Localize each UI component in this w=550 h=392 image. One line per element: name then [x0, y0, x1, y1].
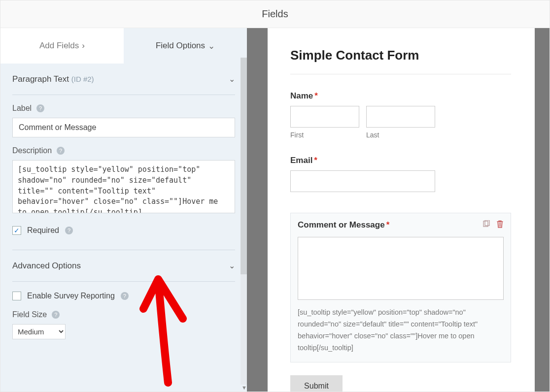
tab-options-label: Field Options — [156, 41, 205, 51]
description-label: Description — [12, 146, 52, 155]
panel-gap — [247, 28, 268, 392]
name-field-label: Name* — [290, 91, 511, 101]
duplicate-icon[interactable] — [482, 220, 490, 230]
submit-button[interactable]: Submit — [290, 375, 343, 392]
survey-checkbox[interactable]: ✓ — [12, 292, 21, 300]
chevron-down-icon: ⌄ — [208, 41, 215, 51]
required-label: Required — [27, 226, 59, 235]
comment-field-block[interactable]: Comment or Message* [su_tooltip sty — [290, 213, 511, 362]
help-icon[interactable]: ? — [65, 227, 73, 234]
advanced-options-title: Advanced Options — [12, 261, 81, 271]
tab-add-label: Add Fields — [39, 41, 79, 51]
tab-field-options[interactable]: Field Options ⌄ — [124, 28, 247, 64]
top-title: Fields — [262, 8, 288, 20]
scrollbar[interactable]: ▲ ▼ — [241, 28, 247, 392]
collapse-advanced-icon[interactable]: ⌄ — [229, 261, 235, 270]
field-size-label: Field Size — [12, 310, 47, 319]
field-size-select[interactable]: Medium — [12, 324, 66, 339]
help-icon[interactable]: ? — [36, 104, 44, 112]
comment-field-label: Comment or Message* — [298, 220, 389, 230]
collapse-section-icon[interactable]: ⌄ — [229, 74, 235, 84]
email-input[interactable] — [290, 170, 435, 192]
last-name-input[interactable] — [366, 106, 435, 128]
top-bar: Fields — [0, 0, 550, 28]
help-icon[interactable]: ? — [52, 311, 60, 319]
chevron-right-icon: › — [82, 41, 85, 51]
field-id-label: (ID #2) — [71, 75, 94, 83]
comment-description: [su_tooltip style="yellow" position="top… — [298, 307, 504, 354]
title-divider — [290, 74, 511, 74]
label-label: Label — [12, 104, 32, 113]
comment-textarea[interactable] — [298, 237, 504, 300]
field-section-title: Paragraph Text (ID #2) — [12, 74, 94, 84]
left-panel: Add Fields › Field Options ⌄ Paragraph T… — [0, 28, 247, 392]
trash-icon[interactable] — [496, 220, 504, 230]
label-input[interactable] — [12, 118, 235, 137]
form-title: Simple Contact Form — [290, 48, 511, 63]
first-name-input[interactable] — [290, 106, 359, 128]
first-sublabel: First — [290, 131, 359, 139]
last-sublabel: Last — [366, 131, 435, 139]
scroll-thumb[interactable] — [241, 58, 247, 274]
field-type-label: Paragraph Text — [12, 74, 69, 84]
survey-label: Enable Survey Reporting — [27, 292, 115, 300]
help-icon[interactable]: ? — [121, 292, 129, 300]
description-input[interactable]: [su_tooltip style="yellow" position="top… — [12, 160, 235, 213]
scroll-down-icon[interactable]: ▼ — [241, 385, 247, 391]
help-icon[interactable]: ? — [57, 147, 65, 155]
preview-panel: Simple Contact Form Name* First Last — [268, 28, 550, 392]
tab-add-fields[interactable]: Add Fields › — [0, 28, 124, 64]
email-field-label: Email* — [290, 156, 511, 165]
required-checkbox[interactable]: ✓ — [12, 226, 21, 235]
